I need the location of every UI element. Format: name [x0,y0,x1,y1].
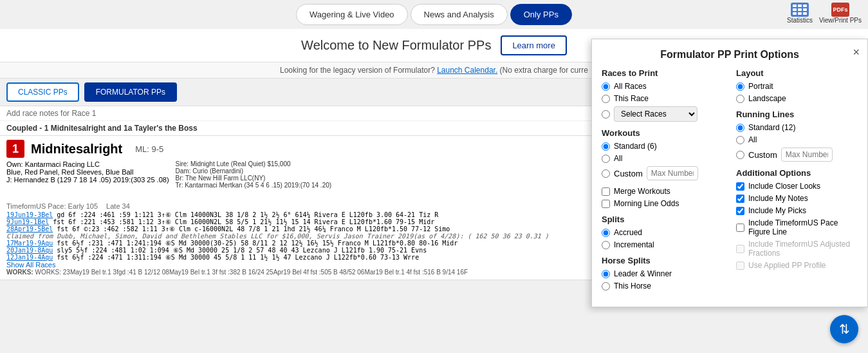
running-lines-standard-radio[interactable] [736,124,744,132]
races-to-print-title: Races to Print [602,68,723,78]
horse-splits-leader-label: Leader & Winner [614,269,672,278]
running-lines-standard-option: Standard (12) [736,123,858,132]
include-timeformus-fractions-checkbox[interactable] [736,245,744,253]
legacy-text: Looking for the legacy version of Formul… [280,66,435,75]
tr-label: Tr: [176,182,185,189]
top-nav: Wagering & Live Video News and Analysis … [0,0,868,29]
workouts-custom-label: Custom [614,169,643,178]
modal-columns: Races to Print All Races This Race Selec… [602,68,858,297]
fab-icon: ⇅ [839,321,850,337]
statistics-button[interactable]: Statistics [787,3,813,24]
splits-group: Accrued Incremental [602,228,723,249]
modal-right-col: Layout Portrait Landscape Running Lines … [736,68,858,297]
workouts-standard-radio[interactable] [602,142,610,151]
merge-workouts-label: Merge Workouts [614,187,670,196]
sire-label: Sire: [176,160,190,167]
include-timeformus-fractions-label: Include TimeformUS Adjusted Fractions [748,240,858,258]
horse-splits-leader-radio[interactable] [602,270,610,278]
workouts-group: Standard (6) All Custom [602,142,723,180]
print-options-modal: Formulator PP Print Options × Races to P… [591,39,868,307]
pace-late-label: Late [106,202,120,210]
select-races-dropdown[interactable]: Select Races [614,106,697,122]
statistics-label: Statistics [787,17,813,24]
include-my-picks-checkbox[interactable] [736,207,744,215]
race-line-5-link[interactable]: 20Jan19-8Aqu [6,247,53,254]
all-races-option: All Races [602,82,723,91]
running-lines-standard-label: Standard (12) [748,123,795,132]
running-lines-group: Standard (12) All Custom [736,123,858,162]
fab-button[interactable]: ⇅ [830,315,858,343]
pdf-icon: PDFs [831,3,849,17]
running-lines-all-label: All [748,135,757,144]
include-my-notes-checkbox[interactable] [736,195,744,203]
horse-number: 1 [6,140,24,158]
running-lines-all-option: All [736,135,858,144]
tab-wagering[interactable]: Wagering & Live Video [296,4,408,25]
additional-options-group: Include Closer Looks Include My Notes In… [736,182,858,270]
use-applied-pp-profile-row: Use Applied PP Profile [736,261,858,270]
workouts-custom-radio[interactable] [602,169,610,178]
workouts-all-label: All [614,154,622,163]
morning-line-odds-checkbox[interactable] [602,200,610,208]
horse-splits-this-radio[interactable] [602,282,610,291]
workouts-standard-label: Standard (6) [614,142,657,151]
tab-only-pps[interactable]: Only PPs [510,4,572,25]
race-line-2-link[interactable]: 9Jun19-1Bel [6,218,49,225]
running-lines-max-number-input[interactable] [781,148,833,162]
works-label: WORKS: [6,269,33,276]
workouts-max-number-input[interactable] [647,166,698,180]
select-races-radio[interactable] [602,110,610,119]
modal-close-button[interactable]: × [853,46,860,59]
merge-workouts-checkbox[interactable] [602,187,610,196]
view-print-label: View/Print PPs [819,17,862,24]
br-label: Br: [176,175,185,182]
running-lines-all-radio[interactable] [736,136,744,144]
select-races-option: Select Races [602,106,723,122]
splits-title: Splits [602,215,723,224]
pace-early-value: 105 [86,202,98,210]
horse-splits-this-label: This Horse [614,281,651,291]
classic-pp-button[interactable]: CLASSIC PPs [6,82,79,102]
include-timeformus-pace-row: Include TimeformUS Pace Figure Line [736,218,858,236]
race-line-1-link[interactable]: 19Jun19-3Bel [6,211,53,218]
include-timeformus-fractions-row: Include TimeformUS Adjusted Fractions [736,240,858,258]
layout-landscape-option: Landscape [736,94,858,103]
race-line-6-link[interactable]: 12Jan19-4Aqu [6,254,53,261]
all-races-radio[interactable] [602,82,610,91]
tab-news[interactable]: News and Analysis [411,4,508,25]
additional-options-title: Additional Options [736,168,858,178]
pace-early-label: TimeformUS Pace: Early [6,202,84,210]
formulator-pp-button[interactable]: FORMULATOR PPs [84,82,177,102]
workouts-title: Workouts [602,128,723,138]
horse-colors: Blue, Red Panel, Red Sleeves, Blue Ball [6,168,169,176]
include-closer-looks-checkbox[interactable] [736,182,744,191]
horse-dam: Curio (Bernardini) [192,167,243,175]
this-race-radio[interactable] [602,95,610,103]
include-timeformus-pace-checkbox[interactable] [736,224,744,232]
splits-accrued-radio[interactable] [602,229,610,237]
horse-sire: Midnight Lute (Real Quiet) $15,000 [190,160,291,167]
race-line-4-link[interactable]: 17Mar19-9Aqu [6,240,53,247]
use-applied-pp-profile-checkbox[interactable] [736,262,744,270]
layout-portrait-radio[interactable] [736,82,744,91]
horse-splits-leader-option: Leader & Winner [602,269,723,278]
horse-trainer: Kantarmaci Mertkan (34 5 4 6 .15) 2019:(… [185,182,331,189]
dam-label: Dam: [176,167,193,175]
horse-splits-title: Horse Splits [602,256,723,265]
workouts-standard-option: Standard (6) [602,142,723,151]
race-line-3-link[interactable]: 28Apr19-5Bel [6,225,53,233]
splits-incremental-option: Incremental [602,240,723,249]
extra-charge-text: (No extra charge for curre [500,66,588,75]
layout-landscape-radio[interactable] [736,95,744,103]
workouts-all-radio[interactable] [602,155,610,163]
include-timeformus-pace-label: Include TimeformUS Pace Figure Line [748,218,858,236]
view-print-button[interactable]: PDFs View/Print PPs [819,3,862,24]
running-lines-custom-radio[interactable] [736,151,744,159]
this-race-label: This Race [614,94,649,103]
launch-calendar-link[interactable]: Launch Calendar. [437,66,497,75]
horse-owner: Own: Kantarmaci Racing LLC [6,160,169,168]
learn-more-button[interactable]: Learn more [501,35,566,55]
include-closer-looks-label: Include Closer Looks [748,182,820,191]
splits-incremental-radio[interactable] [602,241,610,249]
horse-splits-this-option: This Horse [602,281,723,291]
